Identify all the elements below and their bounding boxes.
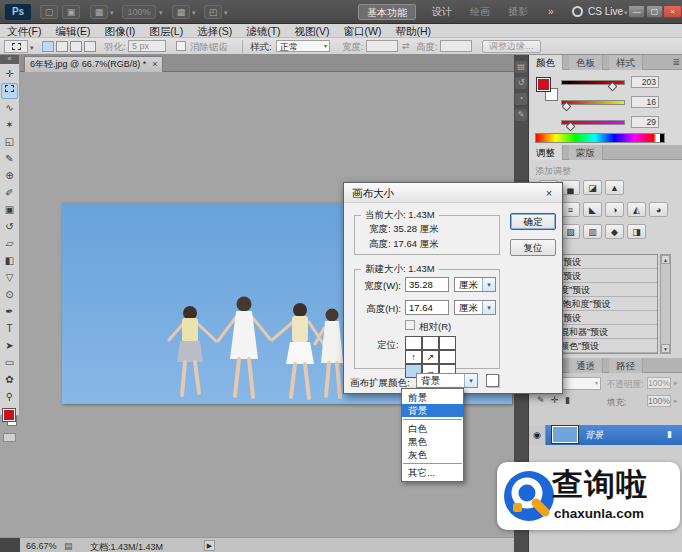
dodge-tool[interactable]: ⊙	[1, 287, 18, 303]
path-selection-tool[interactable]: ➤	[1, 338, 18, 354]
screen-mode-caret-icon[interactable]: ▾	[224, 9, 228, 17]
pen-tool[interactable]: ✒	[1, 304, 18, 320]
tab-paths[interactable]: 路径	[609, 358, 643, 373]
view-extras-caret-icon[interactable]: ▾	[110, 9, 114, 17]
fill-flyout-icon[interactable]: ▸	[674, 397, 678, 405]
layer-visibility-icon[interactable]: ◉	[529, 425, 546, 445]
anchor-top-center[interactable]	[422, 336, 439, 350]
red-value[interactable]: 203	[631, 76, 659, 88]
crop-tool[interactable]: ◱	[1, 134, 18, 150]
selective-color-icon[interactable]: ◨	[627, 224, 646, 239]
ok-button[interactable]: 确定	[510, 213, 556, 230]
posterize-icon[interactable]: ▨	[561, 224, 580, 239]
black-white-icon[interactable]: ◑	[605, 202, 624, 217]
dropdown-item-gray[interactable]: 灰色	[402, 448, 463, 461]
presets-scrollbar[interactable]: ▲ ▼	[660, 254, 671, 354]
selection-subtract-icon[interactable]	[70, 41, 82, 52]
panel-foreground-swatch[interactable]	[536, 77, 551, 92]
tab-styles[interactable]: 样式	[609, 55, 643, 70]
curves-icon[interactable]: ◪	[583, 180, 602, 195]
menu-filter[interactable]: 滤镜(T)	[239, 24, 287, 38]
new-height-unit-select[interactable]: 厘米 ▾	[454, 300, 496, 315]
clone-stamp-tool[interactable]: ▣	[1, 202, 18, 218]
dropdown-item-foreground[interactable]: 前景	[402, 391, 463, 404]
relative-checkbox[interactable]	[405, 320, 415, 330]
opacity-flyout-icon[interactable]: ▸	[674, 379, 678, 387]
tool-preset-icon[interactable]	[4, 40, 28, 53]
close-button[interactable]: ×	[663, 5, 682, 18]
tab-adjustments[interactable]: 调整	[529, 145, 563, 160]
tab-masks[interactable]: 蒙版	[569, 145, 603, 160]
menu-file[interactable]: 文件(F)	[0, 24, 48, 38]
document-tab-close-icon[interactable]: ×	[152, 59, 157, 69]
workspace-essentials-button[interactable]: 基本功能	[358, 4, 416, 20]
tab-channels[interactable]: 通道	[569, 358, 603, 373]
anchor-top-right[interactable]	[439, 336, 456, 350]
tab-color[interactable]: 颜色	[529, 55, 563, 70]
dialog-close-icon[interactable]: ×	[542, 186, 556, 200]
type-tool[interactable]: T	[1, 321, 18, 337]
swap-dimensions-icon[interactable]: ⇄	[402, 41, 410, 52]
document-tab[interactable]: 6年轻.jpg @ 66.7%(RGB/8) *×	[24, 56, 163, 72]
menu-edit[interactable]: 编辑(E)	[48, 24, 97, 38]
workspace-painting-button[interactable]: 绘画	[462, 4, 498, 20]
menu-select[interactable]: 选择(S)	[190, 24, 239, 38]
minimize-button[interactable]: —	[628, 5, 645, 18]
cs-live-button[interactable]: CS Live	[588, 5, 623, 19]
height-input[interactable]	[440, 40, 472, 52]
arrange-documents-icon[interactable]: ▦	[172, 5, 190, 19]
healing-brush-tool[interactable]: ⊕	[1, 168, 18, 184]
workspace-overflow-icon[interactable]: »	[540, 4, 562, 20]
selection-add-icon[interactable]	[56, 41, 68, 52]
layer-name[interactable]: 背景	[585, 429, 603, 442]
zoom-level-caret-icon[interactable]: ▾	[159, 9, 163, 17]
screen-mode-icon[interactable]: ◰	[204, 5, 222, 19]
zoom-level-box[interactable]: 100%	[122, 5, 156, 19]
status-flyout-icon[interactable]: ▶	[204, 540, 215, 551]
hue-saturation-icon[interactable]: ≡	[561, 202, 580, 217]
cs-live-caret-icon[interactable]: ▾	[624, 9, 628, 17]
dropdown-item-white[interactable]: 白色	[402, 422, 463, 435]
fill-value[interactable]: 100%	[647, 395, 671, 407]
levels-icon[interactable]: ▄	[561, 180, 580, 195]
eraser-tool[interactable]: ▱	[1, 236, 18, 252]
style-select[interactable]: 正常 ▾	[276, 40, 330, 52]
green-slider[interactable]	[561, 100, 625, 105]
new-width-input[interactable]: 35.28	[405, 277, 449, 292]
bridge-icon[interactable]: ▢	[40, 5, 58, 19]
layer-thumbnail[interactable]	[552, 426, 578, 443]
dock-navigator-icon[interactable]: ▤	[515, 61, 527, 73]
photo-filter-icon[interactable]: ◭	[627, 202, 646, 217]
workspace-photography-button[interactable]: 摄影	[500, 4, 536, 20]
lock-position-icon[interactable]: ✛	[551, 395, 559, 405]
brush-tool[interactable]: ✐	[1, 185, 18, 201]
color-panel-menu-icon[interactable]: ≣	[672, 57, 680, 67]
anchor-mid-left[interactable]: ↑	[405, 350, 422, 364]
green-value[interactable]: 16	[631, 96, 659, 108]
tab-swatches[interactable]: 色板	[569, 55, 603, 70]
view-extras-icon[interactable]: ▦	[90, 5, 108, 19]
extension-color-swatch[interactable]	[486, 374, 499, 387]
dialog-title[interactable]: 画布大小	[344, 183, 562, 203]
extension-color-select[interactable]: 背景 ▾	[416, 373, 478, 388]
dropdown-item-black[interactable]: 黑色	[402, 435, 463, 448]
eyedropper-tool[interactable]: ✎	[1, 151, 18, 167]
mini-bridge-icon[interactable]: ▣	[62, 5, 80, 19]
color-balance-icon[interactable]: ◣	[583, 202, 602, 217]
new-width-unit-select[interactable]: 厘米 ▾	[454, 277, 496, 292]
menu-view[interactable]: 视图(V)	[288, 24, 337, 38]
anchor-mid-center[interactable]: ↗	[422, 350, 439, 364]
dock-actions-icon[interactable]: ✎	[515, 109, 527, 121]
lock-all-icon[interactable]: ▮	[565, 395, 570, 405]
color-spectrum-bar[interactable]	[535, 133, 665, 143]
foreground-color-swatch[interactable]	[2, 408, 16, 422]
menu-image[interactable]: 图像(I)	[97, 24, 142, 38]
gradient-tool[interactable]: ◧	[1, 253, 18, 269]
dropdown-item-other[interactable]: 其它...	[402, 466, 463, 479]
blue-value[interactable]: 29	[631, 116, 659, 128]
width-input[interactable]	[366, 40, 398, 52]
history-brush-tool[interactable]: ↺	[1, 219, 18, 235]
arrange-documents-caret-icon[interactable]: ▾	[192, 9, 196, 17]
anchor-mid-right[interactable]	[439, 350, 456, 364]
gradient-map-icon[interactable]: ◆	[605, 224, 624, 239]
